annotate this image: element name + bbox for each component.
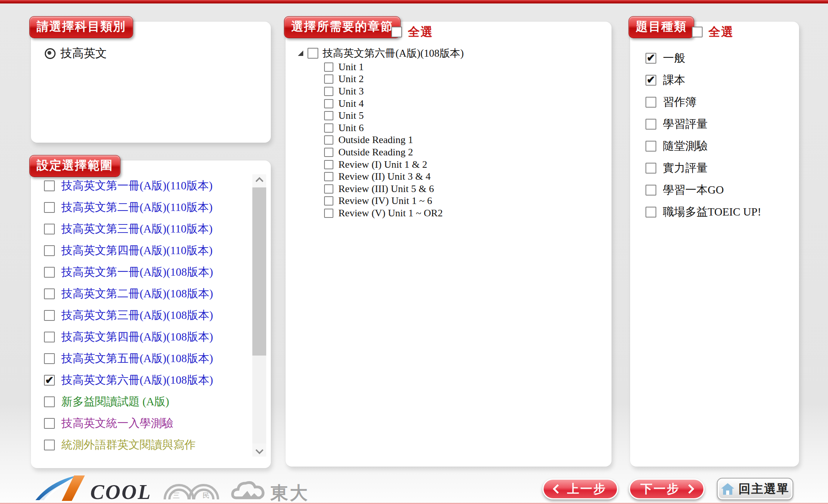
tree-item[interactable]: Unit 1: [324, 61, 464, 73]
tree-item-label[interactable]: Outside Reading 2: [338, 147, 413, 158]
type-item[interactable]: 實力評量: [646, 157, 761, 179]
checkbox[interactable]: [44, 418, 55, 429]
checkbox[interactable]: [646, 119, 656, 130]
range-item-label[interactable]: 技高英文第五冊(A版)(108版本): [61, 351, 213, 366]
tree-item-label[interactable]: Unit 1: [338, 61, 364, 73]
type-item[interactable]: 學習一本GO: [646, 179, 761, 201]
scrollbar-thumb[interactable]: [252, 187, 266, 356]
range-item-label[interactable]: 新多益閱讀試題 (A版): [61, 394, 169, 410]
tree-item-label[interactable]: Review (I) Unit 1 & 2: [338, 159, 427, 170]
range-item[interactable]: ✔技高英文第六冊(A版)(108版本): [44, 369, 241, 391]
checkbox[interactable]: [646, 141, 656, 152]
checkbox[interactable]: [44, 202, 55, 213]
radio-selected-icon[interactable]: [45, 48, 56, 59]
type-item[interactable]: ✔一般: [646, 47, 761, 69]
tree-item-label[interactable]: Review (V) Unit 1 ~ OR2: [338, 207, 443, 219]
checkbox[interactable]: [646, 163, 656, 174]
range-item-label[interactable]: 技高英文第三冊(A版)(108版本): [61, 308, 213, 323]
checkbox[interactable]: [44, 267, 55, 278]
checkbox[interactable]: [324, 148, 333, 157]
tree-item[interactable]: Unit 4: [324, 98, 464, 110]
scrollbar-up-button[interactable]: [252, 174, 266, 187]
range-item[interactable]: 技高英文統一入學測驗: [44, 413, 241, 434]
select-all-label[interactable]: 全選: [408, 24, 433, 40]
checkbox[interactable]: [44, 245, 55, 256]
tree-root-checkbox[interactable]: [308, 48, 318, 59]
checkbox[interactable]: [646, 97, 656, 108]
range-item-label[interactable]: 技高英文第一冊(A版)(110版本): [61, 178, 213, 194]
type-item-label[interactable]: 職場多益TOEIC UP!: [663, 204, 761, 220]
type-item-label[interactable]: 一般: [663, 51, 685, 66]
prev-step-button[interactable]: 上一步: [542, 479, 618, 499]
checkbox[interactable]: [44, 440, 55, 450]
chapters-select-all[interactable]: 全選: [391, 24, 433, 40]
checkbox[interactable]: [44, 224, 55, 234]
range-item-label[interactable]: 技高英文第二冊(A版)(110版本): [61, 200, 213, 215]
range-item[interactable]: 統測外語群英文閱讀與寫作: [44, 434, 241, 456]
tree-item[interactable]: Unit 3: [324, 85, 464, 98]
tree-expander-icon[interactable]: [298, 51, 303, 56]
range-item-label[interactable]: 技高英文第六冊(A版)(108版本): [61, 373, 213, 388]
range-item[interactable]: 技高英文第五冊(A版)(108版本): [44, 348, 241, 369]
type-item-label[interactable]: 學習評量: [663, 116, 708, 132]
checkbox[interactable]: [44, 310, 55, 321]
select-all-checkbox[interactable]: [391, 27, 402, 37]
checkbox[interactable]: ✔: [44, 375, 55, 386]
checkbox[interactable]: ✔: [646, 75, 656, 86]
range-item[interactable]: 技高英文第二冊(A版)(110版本): [44, 197, 241, 218]
checkbox[interactable]: [44, 332, 55, 342]
scrollbar[interactable]: [252, 174, 266, 457]
checkbox[interactable]: [324, 196, 333, 206]
checkbox[interactable]: [324, 172, 333, 181]
tree-item-label[interactable]: Review (II) Unit 3 & 4: [338, 171, 431, 182]
tree-item-label[interactable]: Unit 6: [338, 122, 364, 134]
range-item-label[interactable]: 技高英文第二冊(A版)(108版本): [61, 286, 213, 302]
subject-option-label[interactable]: 技高英文: [61, 46, 107, 61]
tree-item-label[interactable]: Review (IV) Unit 1 ~ 6: [338, 195, 432, 207]
checkbox[interactable]: ✔: [646, 53, 656, 64]
tree-item[interactable]: Outside Reading 1: [324, 134, 464, 147]
type-item-label[interactable]: 課本: [663, 72, 685, 88]
checkbox[interactable]: [44, 396, 55, 407]
checkbox[interactable]: [324, 135, 333, 145]
checkbox[interactable]: [324, 99, 333, 108]
range-item[interactable]: 技高英文第一冊(A版)(110版本): [44, 175, 241, 197]
type-item-label[interactable]: 學習一本GO: [663, 182, 724, 198]
type-item-label[interactable]: 習作簿: [663, 94, 696, 110]
select-all-label[interactable]: 全選: [708, 24, 734, 40]
type-item[interactable]: 職場多益TOEIC UP!: [646, 201, 761, 223]
tree-item[interactable]: Review (I) Unit 1 & 2: [324, 158, 464, 171]
range-item[interactable]: 技高英文第四冊(A版)(108版本): [44, 326, 241, 348]
checkbox[interactable]: [324, 111, 333, 120]
range-item[interactable]: 技高英文第三冊(A版)(108版本): [44, 305, 241, 326]
checkbox[interactable]: [646, 185, 656, 196]
main-menu-button[interactable]: 回主選單: [717, 478, 793, 500]
range-item[interactable]: 技高英文第一冊(A版)(108版本): [44, 261, 241, 283]
checkbox[interactable]: [324, 74, 333, 84]
type-item[interactable]: 習作簿: [646, 91, 761, 113]
range-item-label[interactable]: 技高英文第四冊(A版)(110版本): [61, 243, 213, 258]
tree-item-label[interactable]: Review (III) Unit 5 & 6: [338, 183, 434, 195]
tree-item[interactable]: Unit 6: [324, 122, 464, 134]
next-step-button[interactable]: 下一步: [629, 479, 705, 499]
checkbox[interactable]: [44, 288, 55, 299]
checkbox[interactable]: [324, 62, 333, 72]
subject-option[interactable]: 技高英文: [45, 46, 107, 61]
type-item[interactable]: ✔課本: [646, 69, 761, 91]
tree-item-label[interactable]: Unit 3: [338, 86, 364, 97]
scrollbar-down-button[interactable]: [252, 443, 266, 457]
range-item[interactable]: 技高英文第二冊(A版)(108版本): [44, 283, 241, 305]
tree-item[interactable]: Outside Reading 2: [324, 146, 464, 158]
type-item-label[interactable]: 實力評量: [663, 160, 708, 176]
tree-item-label[interactable]: Unit 2: [338, 73, 364, 85]
range-item-label[interactable]: 技高英文統一入學測驗: [61, 416, 173, 431]
tree-root-row[interactable]: 技高英文第六冊(A版)(108版本): [298, 46, 464, 60]
tree-root-label[interactable]: 技高英文第六冊(A版)(108版本): [323, 46, 464, 60]
checkbox[interactable]: [324, 123, 333, 133]
range-item-label[interactable]: 技高英文第三冊(A版)(110版本): [61, 221, 213, 237]
tree-item[interactable]: Review (II) Unit 3 & 4: [324, 170, 464, 183]
tree-item[interactable]: Unit 2: [324, 73, 464, 86]
checkbox[interactable]: [324, 87, 333, 96]
range-item[interactable]: 技高英文第四冊(A版)(110版本): [44, 240, 241, 261]
tree-item[interactable]: Unit 5: [324, 110, 464, 122]
